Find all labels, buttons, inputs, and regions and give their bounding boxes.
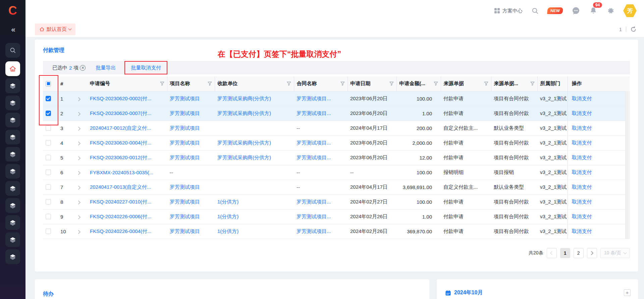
expand-row-icon[interactable]: [76, 171, 80, 175]
contract-link[interactable]: 罗芳测试项目...: [297, 140, 331, 145]
tab-default-home[interactable]: 默认首页: [35, 23, 75, 35]
project-link[interactable]: 罗芳测试项目: [170, 140, 200, 145]
contract-link[interactable]: 罗芳测试项目...: [297, 228, 331, 234]
topbar-search-button[interactable]: [531, 7, 539, 14]
next-page-button[interactable]: [587, 248, 597, 258]
request-code-link[interactable]: FKSQ-20230620-0004(付...: [90, 140, 151, 145]
cancel-payment-link[interactable]: 取消支付: [572, 140, 592, 145]
project-link[interactable]: 罗芳测试项目: [170, 228, 200, 234]
row-checkbox[interactable]: [46, 170, 51, 175]
cancel-payment-link[interactable]: 取消支付: [572, 96, 592, 101]
collapse-sidebar-icon[interactable]: «: [11, 25, 14, 34]
cancel-payment-link[interactable]: 取消支付: [572, 199, 592, 204]
payee-link[interactable]: 罗芳测试采购商(分供方): [217, 155, 271, 160]
request-code-link[interactable]: 20240417-0012(自定义付...: [90, 125, 151, 131]
filter-icon[interactable]: [287, 81, 291, 86]
contract-link[interactable]: 罗芳测试项目...: [297, 155, 331, 160]
project-link[interactable]: 罗芳测试项目: [170, 96, 200, 101]
filter-icon[interactable]: [208, 81, 212, 86]
contract-link[interactable]: 罗芳测试项目...: [297, 199, 331, 204]
request-code-link[interactable]: FKSQ-20230620-0007(付...: [90, 110, 151, 116]
batch-cancel-payment-button[interactable]: 批量取消支付: [131, 65, 161, 71]
clear-selection-icon[interactable]: ✕: [80, 65, 86, 71]
cancel-payment-link[interactable]: 取消支付: [572, 228, 592, 234]
cancel-payment-link[interactable]: 取消支付: [572, 110, 592, 116]
notifications-button[interactable]: 94: [589, 6, 598, 15]
filter-icon[interactable]: [160, 81, 164, 86]
sidebar-item-module-11[interactable]: [5, 249, 20, 264]
page-1-button[interactable]: 1: [560, 248, 570, 258]
sidebar-search-button[interactable]: [5, 43, 20, 58]
project-link[interactable]: 罗芳测试项目: [170, 125, 200, 131]
settings-button[interactable]: [606, 7, 614, 15]
row-checkbox[interactable]: [46, 184, 51, 190]
payee-link[interactable]: 1(分供方): [217, 199, 238, 204]
add-event-button[interactable]: +: [624, 289, 631, 296]
sidebar-item-module-5[interactable]: [5, 147, 20, 162]
filter-icon[interactable]: [530, 81, 535, 86]
project-link[interactable]: 罗芳测试项目: [170, 199, 200, 204]
new-badge[interactable]: NEW: [547, 7, 563, 14]
payee-link[interactable]: 罗芳测试采购商(分供方): [217, 96, 271, 101]
expand-row-icon[interactable]: [76, 112, 80, 116]
filter-icon[interactable]: [340, 81, 345, 86]
sidebar-item-module-7[interactable]: [5, 181, 20, 196]
row-checkbox[interactable]: [46, 229, 51, 234]
row-checkbox[interactable]: [46, 111, 51, 116]
request-code-link[interactable]: FKSQ-20240226-0004(付...: [90, 228, 151, 234]
cancel-payment-link[interactable]: 取消支付: [572, 155, 592, 160]
project-link[interactable]: 罗芳测试项目: [170, 184, 200, 190]
row-checkbox[interactable]: [46, 155, 51, 160]
row-checkbox[interactable]: [46, 125, 51, 131]
avatar[interactable]: 芳: [623, 4, 637, 17]
solution-center-button[interactable]: 方案中心: [494, 8, 523, 14]
expand-row-icon[interactable]: [76, 97, 80, 101]
contract-link[interactable]: 罗芳测试项目...: [297, 110, 331, 116]
filter-icon[interactable]: [484, 81, 488, 86]
expand-row-icon[interactable]: [76, 215, 80, 219]
sidebar-item-module-10[interactable]: [5, 232, 20, 247]
project-link[interactable]: 罗芳测试项目: [170, 155, 200, 160]
filter-icon[interactable]: [389, 81, 394, 86]
contract-link[interactable]: 罗芳测试项目...: [297, 96, 331, 101]
prev-page-button[interactable]: [547, 248, 557, 258]
project-link[interactable]: 罗芳测试项目: [170, 110, 200, 116]
request-code-link[interactable]: FYBXMX-20240513-0035(...: [90, 170, 153, 175]
select-all-checkbox[interactable]: [46, 81, 51, 86]
contract-link[interactable]: 罗芳测试项目...: [297, 214, 331, 219]
payee-link[interactable]: 1(分供方): [217, 214, 238, 219]
request-code-link[interactable]: FKSQ-20230620-0002(付...: [90, 96, 151, 101]
sidebar-item-module-4[interactable]: [5, 130, 20, 144]
cancel-payment-link[interactable]: 取消支付: [572, 125, 592, 131]
sidebar-item-module-9[interactable]: [5, 215, 20, 230]
page-size-select[interactable]: 10 条/页: [600, 248, 630, 258]
payee-link[interactable]: 1(分供方): [217, 228, 238, 234]
expand-row-icon[interactable]: [76, 156, 80, 160]
table-vertical-scrollbar[interactable]: [625, 91, 630, 239]
sidebar-item-module-8[interactable]: [5, 198, 20, 213]
payee-link[interactable]: 罗芳测试采购商(分供方): [217, 140, 271, 145]
expand-row-icon[interactable]: [76, 186, 80, 189]
messages-button[interactable]: [572, 6, 580, 15]
row-checkbox[interactable]: [46, 199, 51, 204]
sidebar-item-module-2[interactable]: [5, 96, 20, 110]
sidebar-item-module-3[interactable]: [5, 113, 20, 127]
expand-row-icon[interactable]: [76, 127, 80, 130]
sidebar-item-module-1[interactable]: [5, 78, 20, 93]
cancel-payment-link[interactable]: 取消支付: [572, 214, 592, 219]
request-code-link[interactable]: FKSQ-20240226-0006(付...: [90, 214, 151, 219]
row-checkbox[interactable]: [46, 96, 51, 101]
row-checkbox[interactable]: [46, 140, 51, 145]
row-checkbox[interactable]: [46, 214, 51, 219]
batch-export-button[interactable]: 批量导出: [96, 65, 116, 71]
request-code-link[interactable]: 20240417-0013(自定义付...: [90, 184, 151, 190]
payee-link[interactable]: 罗芳测试采购商(分供方): [217, 110, 271, 116]
request-code-link[interactable]: FKSQ-20230620-0012(付...: [90, 155, 151, 160]
expand-row-icon[interactable]: [76, 141, 80, 145]
expand-row-icon[interactable]: [76, 200, 80, 204]
sidebar-item-module-6[interactable]: [5, 164, 20, 179]
project-link[interactable]: 罗芳测试项目: [170, 214, 200, 219]
expand-row-icon[interactable]: [76, 230, 80, 234]
cancel-payment-link[interactable]: 取消支付: [572, 169, 592, 175]
request-code-link[interactable]: FKSQ-20240227-0010(付...: [90, 199, 151, 204]
